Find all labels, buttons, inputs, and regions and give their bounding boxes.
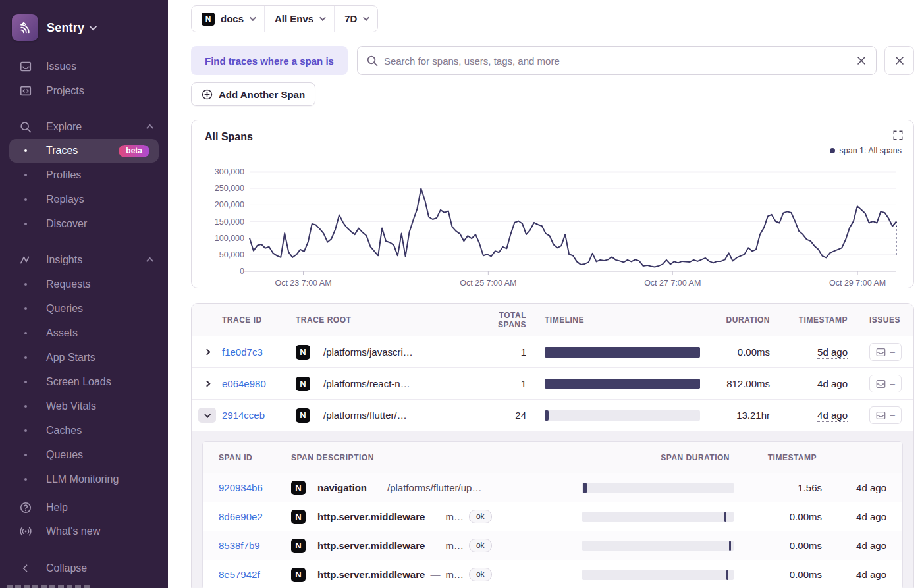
chevron-up-icon (146, 124, 153, 131)
span-op: navigation (317, 482, 367, 493)
sidebar-item-queries[interactable]: Queries (0, 296, 168, 321)
bullet-icon (18, 217, 33, 231)
span-table-row[interactable]: 8d6e90e2Nhttp.server.middleware—m…ok0.00… (203, 502, 902, 531)
y-tick-label: 150,000 (215, 217, 244, 227)
y-tick-label: 200,000 (215, 200, 244, 209)
trace-table-panel: TRACE ID TRACE ROOT TOTAL SPANS TIMELINE… (191, 303, 914, 588)
chevron-right-icon (203, 349, 210, 356)
remove-span-filter-button[interactable] (884, 46, 914, 75)
environment-selector[interactable]: All Envs (264, 6, 334, 32)
span-id-link[interactable]: 8d6e90e2 (219, 511, 291, 522)
sidebar-item-llm-monitoring[interactable]: LLM Monitoring (0, 467, 168, 491)
expander-cell (192, 378, 222, 390)
issues-button[interactable]: – (869, 406, 902, 424)
x-tick-label: Oct 23 7:00 AM (275, 279, 331, 288)
span-id-link[interactable]: 920934b6 (219, 482, 291, 493)
sidebar-nav: IssuesProjectsExploreTracesbetaProfilesR… (0, 54, 168, 491)
sidebar-item-label: Assets (46, 327, 78, 339)
timestamp-value[interactable]: 4d ago (856, 569, 886, 581)
sidebar-item-issues[interactable]: Issues (0, 54, 168, 78)
table-row[interactable]: 2914ccebN/platforms/flutter/…2413.21hr4d… (192, 400, 913, 431)
bullet-icon (18, 350, 33, 365)
sidebar-item-web-vitals[interactable]: Web Vitals (0, 394, 168, 418)
org-switcher[interactable]: Sentry (0, 0, 168, 47)
sidebar-item-discover[interactable]: Discover (0, 211, 168, 236)
search-box[interactable] (357, 46, 877, 75)
span-table-row[interactable]: 920934b6Nnavigation—/platforms/flutter/u… (203, 473, 902, 502)
status-badge: ok (469, 510, 492, 523)
sidebar-item-label: LLM Monitoring (46, 473, 119, 485)
span-table-row[interactable]: 8e57942fNhttp.server.middleware—m…ok0.00… (203, 560, 902, 588)
span-id-link[interactable]: 8538f7b9 (219, 540, 291, 551)
timestamp-value[interactable]: 4d ago (856, 482, 886, 494)
sidebar-item-queues[interactable]: Queues (0, 442, 168, 467)
collapse-row-button[interactable] (198, 408, 216, 423)
sidebar-section-insights[interactable]: Insights (0, 248, 168, 272)
sidebar-item-requests[interactable]: Requests (0, 272, 168, 296)
chevron-down-icon (90, 23, 97, 30)
expand-row-button[interactable] (201, 346, 213, 358)
trace-root: /platforms/react-n… (323, 378, 479, 389)
chart-legend[interactable]: span 1: All spans (830, 146, 902, 155)
timestamp-cell: 4d ago (832, 511, 902, 522)
span-table-row[interactable]: 8538f7b9Nhttp.server.middleware—m…ok0.00… (203, 531, 902, 560)
timestamp-value[interactable]: 5d ago (817, 346, 848, 359)
trace-id-link[interactable]: 2914cceb (222, 410, 296, 421)
sidebar-item-label: Screen Loads (46, 376, 111, 388)
issues-button[interactable]: – (869, 375, 902, 392)
sidebar-item-profiles[interactable]: Profiles (0, 163, 168, 187)
sidebar-section-label: Explore (46, 121, 82, 133)
sidebar-item-caches[interactable]: Caches (0, 418, 168, 442)
sidebar-item-screen-loads[interactable]: Screen Loads (0, 369, 168, 394)
timestamp-value[interactable]: 4d ago (817, 410, 848, 422)
add-another-span-button[interactable]: Add Another Span (191, 82, 315, 106)
nextjs-icon: N (296, 377, 310, 391)
trace-id-link[interactable]: e064e980 (222, 378, 296, 389)
bullet-icon (18, 472, 33, 487)
issues-count: – (890, 410, 895, 420)
x-tick-label: Oct 29 7:00 AM (829, 279, 886, 288)
project-selector[interactable]: N docs (192, 6, 264, 32)
span-op: http.server.middleware (317, 569, 425, 580)
trace-id-link[interactable]: f1e0d7c3 (222, 346, 296, 358)
table-row[interactable]: f1e0d7c3N/platforms/javascri…10.00ms5d a… (192, 336, 913, 368)
search-icon (18, 120, 33, 134)
sidebar-item-traces[interactable]: Tracesbeta (9, 139, 159, 163)
timestamp-value[interactable]: 4d ago (817, 378, 848, 390)
chevron-down-icon (250, 14, 256, 21)
table-row[interactable]: e064e980N/platforms/react-n…1812.00ms4d … (192, 368, 913, 400)
sidebar-collapse-button[interactable]: Collapse (0, 556, 168, 580)
expand-row-button[interactable] (201, 378, 213, 390)
sidebar-item-what-s-new[interactable]: What's new (0, 520, 168, 543)
expand-chart-icon[interactable] (893, 130, 903, 140)
date-range-selector[interactable]: 7D (334, 6, 377, 32)
trace-root: /platforms/javascri… (323, 346, 479, 358)
total-spans: 1 (479, 346, 538, 358)
trace-table-header: TRACE ID TRACE ROOT TOTAL SPANS TIMELINE… (192, 304, 913, 336)
nextjs-icon: N (202, 13, 215, 26)
separator: — (430, 540, 440, 551)
bullet-icon (18, 448, 33, 462)
span-description: http.server.middleware—m…ok (317, 568, 576, 581)
sidebar-section-explore[interactable]: Explore (0, 115, 168, 139)
sidebar-item-label: Projects (46, 85, 84, 97)
trace-table-body: f1e0d7c3N/platforms/javascri…10.00ms5d a… (192, 336, 913, 588)
sidebar-item-replays[interactable]: Replays (0, 187, 168, 211)
timestamp-value[interactable]: 4d ago (856, 540, 886, 552)
sidebar-item-label: What's new (46, 525, 100, 537)
col-trace-id: TRACE ID (222, 315, 296, 325)
timestamp-value[interactable]: 4d ago (856, 511, 886, 523)
issues-button[interactable]: – (869, 343, 902, 361)
sidebar-item-assets[interactable]: Assets (0, 321, 168, 345)
issues-icon (18, 59, 33, 74)
brand-name: Sentry (47, 21, 84, 35)
sidebar-item-help[interactable]: Help (0, 496, 168, 520)
search-icon (367, 55, 378, 67)
sidebar-item-projects[interactable]: Projects (0, 78, 168, 103)
nextjs-icon: N (291, 539, 306, 553)
clear-search-icon[interactable] (856, 55, 867, 66)
nextjs-icon: N (296, 345, 310, 360)
sidebar-item-app-starts[interactable]: App Starts (0, 345, 168, 369)
search-input[interactable] (384, 55, 856, 67)
span-id-link[interactable]: 8e57942f (219, 569, 291, 580)
